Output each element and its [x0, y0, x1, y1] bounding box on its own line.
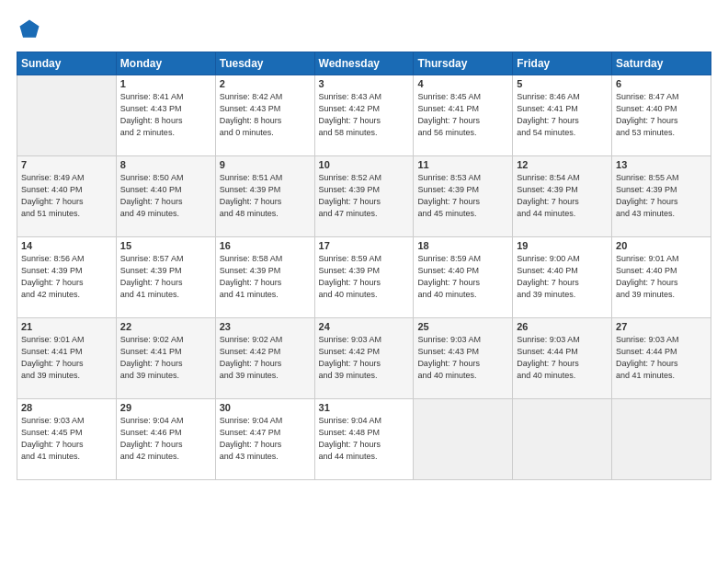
day-info: Sunrise: 9:03 AM Sunset: 4:45 PM Dayligh…	[21, 415, 112, 463]
calendar-cell: 14Sunrise: 8:56 AM Sunset: 4:39 PM Dayli…	[17, 237, 117, 318]
calendar-cell: 22Sunrise: 9:02 AM Sunset: 4:41 PM Dayli…	[116, 318, 215, 399]
calendar-cell	[612, 399, 711, 480]
day-number: 8	[120, 159, 211, 170]
calendar-cell: 30Sunrise: 9:04 AM Sunset: 4:47 PM Dayli…	[215, 399, 314, 480]
day-number: 30	[220, 402, 311, 413]
day-header-friday: Friday	[513, 52, 612, 75]
day-info: Sunrise: 8:52 AM Sunset: 4:39 PM Dayligh…	[319, 172, 410, 220]
calendar-cell: 12Sunrise: 8:54 AM Sunset: 4:39 PM Dayli…	[513, 156, 612, 237]
day-number: 31	[319, 402, 410, 413]
calendar-cell: 28Sunrise: 9:03 AM Sunset: 4:45 PM Dayli…	[17, 399, 117, 480]
day-number: 11	[417, 159, 508, 170]
calendar-cell	[414, 399, 513, 480]
calendar-header-row: SundayMondayTuesdayWednesdayThursdayFrid…	[17, 52, 711, 75]
day-info: Sunrise: 9:04 AM Sunset: 4:47 PM Dayligh…	[220, 415, 311, 463]
day-header-saturday: Saturday	[612, 52, 711, 75]
day-number: 7	[21, 159, 112, 170]
calendar-cell: 11Sunrise: 8:53 AM Sunset: 4:39 PM Dayli…	[414, 156, 513, 237]
day-number: 1	[120, 78, 211, 89]
calendar-cell: 10Sunrise: 8:52 AM Sunset: 4:39 PM Dayli…	[314, 156, 414, 237]
day-number: 14	[21, 240, 112, 251]
day-number: 19	[517, 240, 608, 251]
day-number: 15	[120, 240, 211, 251]
day-number: 12	[517, 159, 608, 170]
calendar-cell: 3Sunrise: 8:43 AM Sunset: 4:42 PM Daylig…	[314, 75, 414, 156]
day-number: 20	[616, 240, 707, 251]
day-number: 13	[616, 159, 707, 170]
calendar-week-row: 14Sunrise: 8:56 AM Sunset: 4:39 PM Dayli…	[17, 237, 711, 318]
day-header-thursday: Thursday	[414, 52, 513, 75]
calendar-cell: 9Sunrise: 8:51 AM Sunset: 4:39 PM Daylig…	[215, 156, 314, 237]
calendar-cell: 16Sunrise: 8:58 AM Sunset: 4:39 PM Dayli…	[215, 237, 314, 318]
calendar-cell: 24Sunrise: 9:03 AM Sunset: 4:42 PM Dayli…	[314, 318, 414, 399]
day-info: Sunrise: 8:47 AM Sunset: 4:40 PM Dayligh…	[616, 91, 707, 139]
calendar-cell: 15Sunrise: 8:57 AM Sunset: 4:39 PM Dayli…	[116, 237, 215, 318]
calendar-week-row: 21Sunrise: 9:01 AM Sunset: 4:41 PM Dayli…	[17, 318, 711, 399]
calendar-cell: 29Sunrise: 9:04 AM Sunset: 4:46 PM Dayli…	[116, 399, 215, 480]
day-info: Sunrise: 8:55 AM Sunset: 4:39 PM Dayligh…	[616, 172, 707, 220]
day-info: Sunrise: 8:46 AM Sunset: 4:41 PM Dayligh…	[517, 91, 608, 139]
page: SundayMondayTuesdayWednesdayThursdayFrid…	[0, 0, 728, 563]
calendar-cell: 27Sunrise: 9:03 AM Sunset: 4:44 PM Dayli…	[612, 318, 711, 399]
calendar-week-row: 7Sunrise: 8:49 AM Sunset: 4:40 PM Daylig…	[17, 156, 711, 237]
calendar-cell: 13Sunrise: 8:55 AM Sunset: 4:39 PM Dayli…	[612, 156, 711, 237]
day-info: Sunrise: 9:02 AM Sunset: 4:42 PM Dayligh…	[220, 334, 311, 382]
day-info: Sunrise: 9:04 AM Sunset: 4:48 PM Dayligh…	[319, 415, 410, 463]
day-info: Sunrise: 8:41 AM Sunset: 4:43 PM Dayligh…	[120, 91, 211, 139]
day-info: Sunrise: 8:58 AM Sunset: 4:39 PM Dayligh…	[220, 253, 311, 301]
calendar-cell: 23Sunrise: 9:02 AM Sunset: 4:42 PM Dayli…	[215, 318, 314, 399]
day-info: Sunrise: 9:03 AM Sunset: 4:44 PM Dayligh…	[616, 334, 707, 382]
day-info: Sunrise: 8:59 AM Sunset: 4:39 PM Dayligh…	[319, 253, 410, 301]
calendar-cell: 20Sunrise: 9:01 AM Sunset: 4:40 PM Dayli…	[612, 237, 711, 318]
day-info: Sunrise: 8:51 AM Sunset: 4:39 PM Dayligh…	[220, 172, 311, 220]
day-number: 10	[319, 159, 410, 170]
day-number: 2	[220, 78, 311, 89]
calendar-cell	[513, 399, 612, 480]
calendar-cell: 7Sunrise: 8:49 AM Sunset: 4:40 PM Daylig…	[17, 156, 117, 237]
day-info: Sunrise: 8:53 AM Sunset: 4:39 PM Dayligh…	[417, 172, 508, 220]
day-info: Sunrise: 9:02 AM Sunset: 4:41 PM Dayligh…	[120, 334, 211, 382]
logo	[17, 17, 46, 42]
day-number: 6	[616, 78, 707, 89]
day-info: Sunrise: 8:54 AM Sunset: 4:39 PM Dayligh…	[517, 172, 608, 220]
day-number: 26	[517, 321, 608, 332]
day-number: 28	[21, 402, 112, 413]
day-info: Sunrise: 9:03 AM Sunset: 4:44 PM Dayligh…	[517, 334, 608, 382]
calendar-cell: 25Sunrise: 9:03 AM Sunset: 4:43 PM Dayli…	[414, 318, 513, 399]
day-number: 21	[21, 321, 112, 332]
day-number: 16	[220, 240, 311, 251]
day-number: 9	[220, 159, 311, 170]
day-info: Sunrise: 9:03 AM Sunset: 4:43 PM Dayligh…	[417, 334, 508, 382]
day-number: 4	[417, 78, 508, 89]
day-number: 27	[616, 321, 707, 332]
day-info: Sunrise: 9:01 AM Sunset: 4:40 PM Dayligh…	[616, 253, 707, 301]
day-info: Sunrise: 9:00 AM Sunset: 4:40 PM Dayligh…	[517, 253, 608, 301]
calendar-cell	[17, 75, 117, 156]
calendar-cell: 17Sunrise: 8:59 AM Sunset: 4:39 PM Dayli…	[314, 237, 414, 318]
calendar-cell: 4Sunrise: 8:45 AM Sunset: 4:41 PM Daylig…	[414, 75, 513, 156]
day-info: Sunrise: 8:49 AM Sunset: 4:40 PM Dayligh…	[21, 172, 112, 220]
svg-marker-0	[20, 20, 40, 38]
day-number: 5	[517, 78, 608, 89]
calendar-cell: 31Sunrise: 9:04 AM Sunset: 4:48 PM Dayli…	[314, 399, 414, 480]
calendar-cell: 26Sunrise: 9:03 AM Sunset: 4:44 PM Dayli…	[513, 318, 612, 399]
day-info: Sunrise: 8:57 AM Sunset: 4:39 PM Dayligh…	[120, 253, 211, 301]
day-number: 24	[319, 321, 410, 332]
calendar-table: SundayMondayTuesdayWednesdayThursdayFrid…	[17, 52, 711, 480]
day-number: 3	[319, 78, 410, 89]
calendar-cell: 1Sunrise: 8:41 AM Sunset: 4:43 PM Daylig…	[116, 75, 215, 156]
day-info: Sunrise: 8:59 AM Sunset: 4:40 PM Dayligh…	[417, 253, 508, 301]
day-number: 18	[417, 240, 508, 251]
day-info: Sunrise: 8:42 AM Sunset: 4:43 PM Dayligh…	[220, 91, 311, 139]
day-number: 25	[417, 321, 508, 332]
calendar-cell: 5Sunrise: 8:46 AM Sunset: 4:41 PM Daylig…	[513, 75, 612, 156]
day-header-wednesday: Wednesday	[314, 52, 414, 75]
day-info: Sunrise: 9:01 AM Sunset: 4:41 PM Dayligh…	[21, 334, 112, 382]
day-header-sunday: Sunday	[17, 52, 117, 75]
logo-icon	[17, 17, 42, 42]
day-number: 23	[220, 321, 311, 332]
calendar-cell: 8Sunrise: 8:50 AM Sunset: 4:40 PM Daylig…	[116, 156, 215, 237]
calendar-cell: 18Sunrise: 8:59 AM Sunset: 4:40 PM Dayli…	[414, 237, 513, 318]
day-info: Sunrise: 9:03 AM Sunset: 4:42 PM Dayligh…	[319, 334, 410, 382]
day-info: Sunrise: 8:50 AM Sunset: 4:40 PM Dayligh…	[120, 172, 211, 220]
